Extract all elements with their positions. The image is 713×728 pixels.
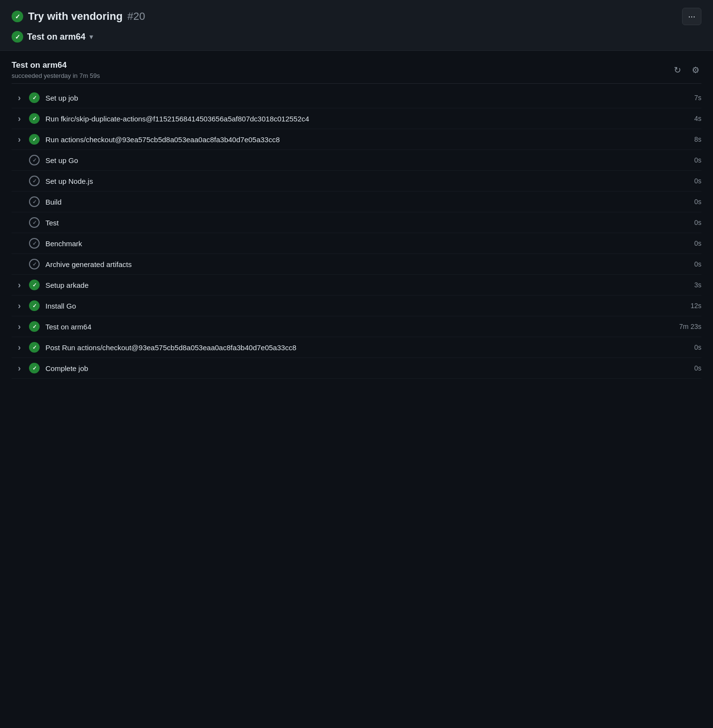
step-duration: 7m 23s <box>672 323 701 330</box>
step-success-icon <box>29 113 40 124</box>
step-duration: 0s <box>672 219 701 226</box>
step-duration: 0s <box>672 198 701 206</box>
step-duration: 12s <box>672 302 701 310</box>
dropdown-arrow-icon[interactable]: ▾ <box>89 33 93 41</box>
step-skipped-icon <box>29 238 40 249</box>
step-duration: 0s <box>672 343 701 351</box>
step-row: Benchmark0s <box>12 233 701 254</box>
workflow-title: Try with vendoring <box>28 10 123 23</box>
step-label: Run actions/checkout@93ea575cb5d8a053eaa… <box>45 135 672 144</box>
job-panel: Test on arm64 succeeded yesterday in 7m … <box>0 51 713 383</box>
chevron-right-icon: › <box>18 280 21 290</box>
step-duration: 8s <box>672 135 701 143</box>
chevron-right-icon: › <box>18 363 21 373</box>
step-row: Archive generated artifacts0s <box>12 254 701 275</box>
step-duration: 4s <box>672 115 701 122</box>
chevron-right-icon: › <box>18 93 21 103</box>
step-row[interactable]: ›Post Run actions/checkout@93ea575cb5d8a… <box>12 337 701 358</box>
step-skipped-icon <box>29 176 40 186</box>
job-meta: succeeded yesterday in 7m 59s <box>12 72 100 79</box>
step-label: Install Go <box>45 302 672 310</box>
more-button[interactable]: ··· <box>682 8 701 25</box>
top-title: Try with vendoring #20 <box>12 10 145 23</box>
refresh-icon: ↻ <box>674 65 681 75</box>
step-skipped-icon <box>29 259 40 269</box>
job-header-right: ↻ ⚙ <box>672 63 701 77</box>
step-label: Test on arm64 <box>45 323 672 331</box>
top-header: Try with vendoring #20 ··· Test on arm64… <box>0 0 713 51</box>
step-success-icon <box>29 363 40 373</box>
step-row[interactable]: ›Run fkirc/skip-duplicate-actions@f11521… <box>12 108 701 129</box>
step-row[interactable]: ›Set up job7s <box>12 88 701 108</box>
step-duration: 7s <box>672 94 701 102</box>
step-row[interactable]: ›Test on arm647m 23s <box>12 316 701 337</box>
sub-title-row: Test on arm64 ▾ <box>12 31 701 43</box>
step-label: Setup arkade <box>45 281 672 289</box>
step-skipped-icon <box>29 217 40 228</box>
step-list: ›Set up job7s›Run fkirc/skip-duplicate-a… <box>12 84 701 383</box>
gear-icon: ⚙ <box>692 65 699 75</box>
job-title: Test on arm64 <box>12 60 100 70</box>
step-label: Build <box>45 198 672 206</box>
job-header: Test on arm64 succeeded yesterday in 7m … <box>12 51 701 84</box>
step-success-icon <box>29 280 40 290</box>
step-success-icon <box>29 342 40 353</box>
step-row[interactable]: ›Complete job0s <box>12 358 701 379</box>
settings-button[interactable]: ⚙ <box>690 63 701 77</box>
step-label: Set up Node.js <box>45 177 672 185</box>
run-number: #20 <box>128 10 146 23</box>
step-row: Set up Node.js0s <box>12 171 701 192</box>
step-row: Test0s <box>12 212 701 233</box>
step-label: Test <box>45 219 672 227</box>
refresh-button[interactable]: ↻ <box>672 63 683 77</box>
step-row[interactable]: ›Run actions/checkout@93ea575cb5d8a053ea… <box>12 129 701 150</box>
step-duration: 0s <box>672 156 701 164</box>
step-duration: 3s <box>672 281 701 289</box>
step-label: Set up job <box>45 94 672 102</box>
chevron-right-icon: › <box>18 134 21 145</box>
step-success-icon <box>29 300 40 311</box>
top-status-icon <box>12 11 23 22</box>
step-skipped-icon <box>29 155 40 165</box>
step-row: Set up Go0s <box>12 150 701 171</box>
step-success-icon <box>29 92 40 103</box>
chevron-right-icon: › <box>18 322 21 332</box>
step-duration: 0s <box>672 364 701 372</box>
top-title-row: Try with vendoring #20 ··· <box>12 8 701 25</box>
step-label: Benchmark <box>45 239 672 248</box>
step-success-icon <box>29 321 40 332</box>
step-row: Build0s <box>12 192 701 212</box>
step-skipped-icon <box>29 196 40 207</box>
step-row[interactable]: ›Setup arkade3s <box>12 275 701 296</box>
step-label: Archive generated artifacts <box>45 260 672 268</box>
sub-status-icon <box>12 31 23 43</box>
job-header-left: Test on arm64 succeeded yesterday in 7m … <box>12 60 100 79</box>
chevron-right-icon: › <box>18 301 21 311</box>
chevron-right-icon: › <box>18 114 21 124</box>
job-name-header: Test on arm64 <box>27 32 86 42</box>
step-label: Set up Go <box>45 156 672 164</box>
step-label: Run fkirc/skip-duplicate-actions@f115215… <box>45 115 672 123</box>
step-label: Post Run actions/checkout@93ea575cb5d8a0… <box>45 343 672 352</box>
step-success-icon <box>29 134 40 145</box>
step-duration: 0s <box>672 239 701 247</box>
chevron-right-icon: › <box>18 342 21 353</box>
step-duration: 0s <box>672 177 701 185</box>
job-meta-text: succeeded yesterday in 7m 59s <box>12 72 100 79</box>
step-row[interactable]: ›Install Go12s <box>12 296 701 316</box>
step-label: Complete job <box>45 364 672 372</box>
step-duration: 0s <box>672 260 701 268</box>
